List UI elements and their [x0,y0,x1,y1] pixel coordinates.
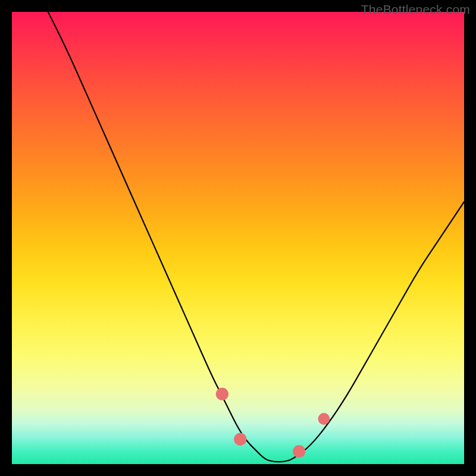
marker-bead [234,433,246,446]
marker-bead [293,445,305,458]
curve-layer [12,12,464,464]
curve-markers [216,388,330,460]
marker-bead [216,388,228,400]
bottleneck-curve [48,12,464,462]
chart-frame: TheBottleneck.com [0,0,476,476]
marker-bead [318,413,330,425]
marker-pill [252,458,288,460]
plot-area [12,12,464,464]
watermark-text: TheBottleneck.com [361,2,470,17]
marker-pill [306,435,312,444]
